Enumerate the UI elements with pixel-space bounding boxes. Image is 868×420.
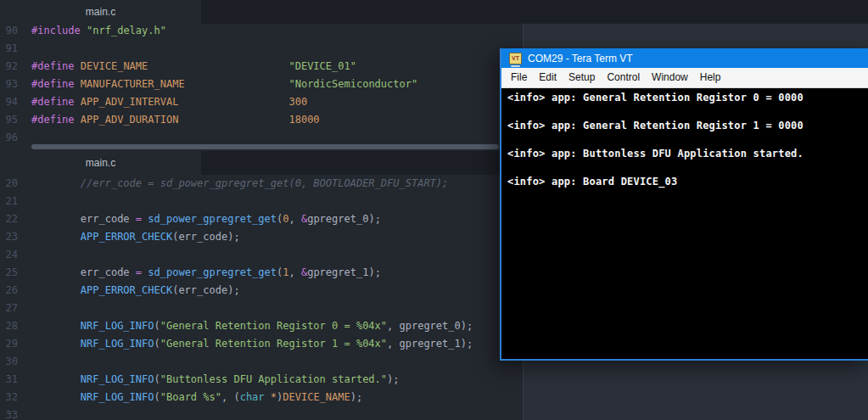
menu-item-setup[interactable]: Setup xyxy=(563,68,601,87)
window-title: COM29 - Tera Term VT xyxy=(528,53,633,64)
terminal-line xyxy=(507,161,868,176)
line-number: 32 xyxy=(0,389,18,406)
teraterm-vt-icon: VT xyxy=(509,53,522,64)
code-text: err_code = sd_power_gpregret_get(0, &gpr… xyxy=(18,210,381,228)
line-number: 22 xyxy=(0,210,18,228)
terminal-line: <info> app: General Retention Registor 1… xyxy=(507,119,868,133)
code-line: 22 err_code = sd_power_gpregret_get(0, &… xyxy=(0,210,523,228)
code-text: err_code = sd_power_gpregret_get(1, &gpr… xyxy=(18,264,381,282)
code-line: 91 xyxy=(0,40,523,58)
code-line: 92#define DEVICE_NAME "DEVICE_01" xyxy=(0,58,523,76)
line-number: 27 xyxy=(0,300,18,317)
code-line: 24 xyxy=(0,246,523,264)
code-text: APP_ERROR_CHECK(err_code); xyxy=(18,282,240,300)
tab-main-c-top[interactable]: main.c xyxy=(0,0,201,24)
line-number: 24 xyxy=(0,246,18,264)
code-line: 33 xyxy=(0,406,523,420)
line-number: 29 xyxy=(0,335,18,353)
line-number: 20 xyxy=(0,175,18,193)
code-line: 26 APP_ERROR_CHECK(err_code); xyxy=(0,282,523,300)
line-number: 94 xyxy=(0,93,18,111)
terminal-line xyxy=(507,133,868,148)
tab-main-c-bottom[interactable]: main.c xyxy=(0,151,201,175)
code-line: 28 NRF_LOG_INFO("General Retention Regis… xyxy=(0,317,523,335)
line-number: 96 xyxy=(0,129,18,147)
code-text xyxy=(18,353,31,371)
teraterm-menubar: FileEditSetupControlWindowHelp xyxy=(501,68,868,88)
tab-label: main.c xyxy=(86,157,115,169)
menu-item-window[interactable]: Window xyxy=(646,68,694,87)
code-line: 23 APP_ERROR_CHECK(err_code); xyxy=(0,228,523,246)
code-text xyxy=(18,193,31,210)
line-number: 91 xyxy=(0,40,18,58)
code-line: 21 xyxy=(0,193,523,210)
code-text xyxy=(18,40,31,58)
line-number: 95 xyxy=(0,111,18,129)
line-number: 92 xyxy=(0,58,18,76)
horizontal-scrollbar[interactable] xyxy=(31,144,499,149)
teraterm-window: VT COM29 - Tera Term VT FileEditSetupCon… xyxy=(500,48,868,361)
code-text: NRF_LOG_INFO("General Retention Registor… xyxy=(18,317,473,335)
line-number: 31 xyxy=(0,371,18,389)
code-line: 20 //err_code = sd_power_gpregret_get(0,… xyxy=(0,175,523,193)
code-text: #define APP_ADV_DURATION 18000 xyxy=(18,111,320,129)
line-number: 28 xyxy=(0,317,18,335)
line-number: 30 xyxy=(0,353,18,371)
tab-label: main.c xyxy=(86,6,115,18)
code-line: 32 NRF_LOG_INFO("Board %s", (char *)DEVI… xyxy=(0,389,523,406)
code-line: 94#define APP_ADV_INTERVAL 300 xyxy=(0,93,523,111)
line-number: 25 xyxy=(0,264,18,282)
terminal-line xyxy=(507,105,868,120)
top-editor-code-area[interactable]: 90#include "nrf_delay.h"9192#define DEVI… xyxy=(0,22,523,151)
code-line: 25 err_code = sd_power_gpregret_get(1, &… xyxy=(0,264,523,282)
terminal-line: <info> app: Buttonless DFU Application s… xyxy=(507,147,868,161)
menu-item-file[interactable]: File xyxy=(505,68,533,87)
line-number: 26 xyxy=(0,282,18,300)
line-number: 93 xyxy=(0,76,18,93)
code-line: 95#define APP_ADV_DURATION 18000 xyxy=(0,111,523,129)
code-text: APP_ERROR_CHECK(err_code); xyxy=(18,228,240,246)
terminal-output[interactable]: <info> app: General Retention Registor 0… xyxy=(501,88,868,359)
teraterm-titlebar[interactable]: VT COM29 - Tera Term VT xyxy=(501,48,868,68)
code-line: 31 NRF_LOG_INFO("Buttonless DFU Applicat… xyxy=(0,371,523,389)
line-number: 33 xyxy=(0,406,18,420)
code-line: 27 xyxy=(0,300,523,317)
code-text: NRF_LOG_INFO("Buttonless DFU Application… xyxy=(18,371,400,389)
code-text: NRF_LOG_INFO("General Retention Registor… xyxy=(18,335,473,353)
code-text xyxy=(18,406,31,420)
code-text: #define MANUFACTURER_NAME "NordicSemicon… xyxy=(18,76,417,93)
line-number: 21 xyxy=(0,193,18,210)
line-number: 23 xyxy=(0,228,18,246)
line-number: 90 xyxy=(0,22,18,40)
menu-item-edit[interactable]: Edit xyxy=(533,68,563,87)
code-text xyxy=(18,300,31,317)
code-text: NRF_LOG_INFO("Board %s", (char *)DEVICE_… xyxy=(18,389,362,406)
code-text xyxy=(18,129,31,147)
code-line: 93#define MANUFACTURER_NAME "NordicSemic… xyxy=(0,76,523,93)
code-line: 30 xyxy=(0,353,523,371)
code-text: #include "nrf_delay.h" xyxy=(18,22,166,40)
terminal-line: <info> app: General Retention Registor 0… xyxy=(507,91,868,105)
top-editor-tabbar: main.c xyxy=(0,0,868,24)
code-text: #define DEVICE_NAME "DEVICE_01" xyxy=(18,58,356,76)
bottom-editor-code-area[interactable]: 20 //err_code = sd_power_gpregret_get(0,… xyxy=(0,175,523,420)
code-text: //err_code = sd_power_gpregret_get(0, BO… xyxy=(18,175,448,193)
menu-item-control[interactable]: Control xyxy=(601,68,646,87)
code-line: 90#include "nrf_delay.h" xyxy=(0,22,523,40)
code-text xyxy=(18,246,31,264)
ide-workspace: main.c 90#include "nrf_delay.h"9192#defi… xyxy=(0,0,868,420)
code-text: #define APP_ADV_INTERVAL 300 xyxy=(18,93,307,111)
menu-item-help[interactable]: Help xyxy=(694,68,727,87)
code-line: 29 NRF_LOG_INFO("General Retention Regis… xyxy=(0,335,523,353)
terminal-line: <info> app: Board DEVICE_03 xyxy=(507,175,868,189)
